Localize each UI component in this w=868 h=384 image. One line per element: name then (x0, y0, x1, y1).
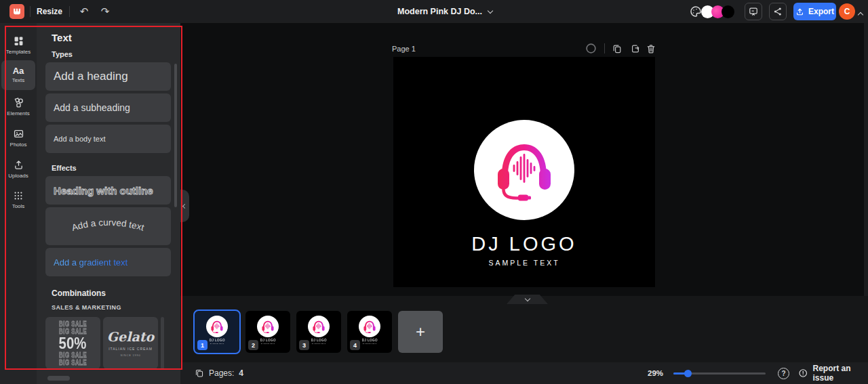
dj-logo-subtitle[interactable]: SAMPLE TEXT (488, 259, 559, 267)
page-number-badge: 4 (350, 340, 360, 350)
export-label: Export (808, 7, 834, 16)
divider (604, 43, 605, 54)
workspace-scrollbar-track[interactable] (864, 23, 868, 296)
duplicate-page-icon[interactable] (611, 43, 623, 54)
share-button[interactable] (769, 3, 787, 20)
combination-card-partial[interactable] (161, 317, 164, 369)
page-label: Page 1 (392, 45, 416, 53)
panel-collapse-handle[interactable] (180, 190, 189, 222)
elements-icon (13, 97, 24, 108)
page-thumbnail-2[interactable]: DJ LOGO SAMPLE TEXT 2 (245, 311, 290, 353)
chevron-up-icon[interactable] (858, 12, 863, 18)
page-thumbnail-4[interactable]: DJ LOGO SAMPLE TEXT 4 (347, 311, 392, 353)
heading-outline-button[interactable]: Heading with outline (45, 176, 171, 205)
panel-vertical-scrollbar[interactable] (174, 64, 177, 207)
sidebar-item-label: Elements (7, 110, 29, 116)
dj-logo-circle[interactable] (474, 120, 574, 220)
thumb-title: DJ LOGO (311, 339, 326, 342)
plus-icon: + (416, 322, 425, 341)
big-sale-value: 50% (59, 335, 87, 351)
headphones-icon (490, 136, 558, 204)
move-page-icon[interactable] (629, 43, 641, 54)
redo-button[interactable]: ↷ (97, 0, 113, 23)
headphones-icon (210, 319, 224, 334)
divider (30, 6, 31, 17)
avatar[interactable]: C (839, 3, 855, 20)
templates-icon (13, 35, 24, 47)
add-subheading-label: Add a subheading (54, 102, 130, 113)
help-button[interactable]: ? (778, 368, 789, 379)
gelato-caption: SINCE 1990 (120, 354, 140, 357)
curved-text-button[interactable]: Add a curved text (45, 207, 171, 245)
add-heading-label: Add a heading (54, 70, 128, 83)
headphones-icon (362, 319, 377, 334)
brand-color-black[interactable] (722, 5, 734, 18)
thumb-title: DJ LOGO (260, 339, 275, 342)
uploads-icon (13, 159, 24, 171)
top-bar: Resize ↶ ↷ Modern Pink DJ Do... (0, 0, 868, 23)
zoom-slider[interactable] (673, 372, 766, 375)
sidebar-item-label: Templates (6, 49, 31, 55)
report-issue-label: Report an issue (812, 364, 868, 383)
gelato-title: Gelato (107, 329, 154, 344)
report-issue-button[interactable]: Report an issue (798, 362, 868, 384)
add-subheading-button[interactable]: Add a subheading (45, 93, 171, 122)
thumb-logo-circle (359, 316, 380, 337)
page-select-circle[interactable] (585, 43, 597, 54)
add-heading-button[interactable]: Add a heading (45, 62, 171, 91)
pages-count: 4 (239, 368, 243, 378)
panel-horizontal-scrollbar[interactable] (47, 376, 70, 381)
brand-logo-icon (12, 7, 22, 16)
share-icon (772, 6, 783, 17)
gradient-text-button[interactable]: Add a gradient text (45, 248, 171, 276)
thumb-title: DJ LOGO (361, 339, 377, 342)
pages-icon (195, 368, 204, 378)
delete-page-icon[interactable] (645, 43, 656, 54)
document-title[interactable]: Modern Pink DJ Do... (397, 0, 492, 23)
undo-button[interactable]: ↶ (76, 0, 92, 23)
panel-title: Text (52, 32, 72, 43)
thumb-logo-circle (206, 316, 228, 337)
export-upload-icon (795, 7, 804, 16)
alert-icon (798, 368, 808, 379)
big-sale-line: BIG SALE (59, 320, 87, 328)
add-body-text-button[interactable]: Add a body text (45, 125, 171, 153)
page-thumbnail-3[interactable]: DJ LOGO SAMPLE TEXT 3 (296, 311, 341, 353)
sidebar-item-elements[interactable]: Elements (1, 91, 35, 121)
palette-icon[interactable] (689, 5, 703, 18)
headphones-icon (260, 319, 275, 334)
sidebar-item-label: Uploads (8, 173, 28, 179)
page-thumbnail-1[interactable]: DJ LOGO SAMPLE TEXT 1 (195, 311, 239, 353)
page-number-badge: 3 (299, 340, 309, 350)
sidebar-item-uploads[interactable]: Uploads (1, 154, 35, 184)
comment-button[interactable] (745, 3, 762, 20)
brand-logo[interactable] (9, 4, 24, 19)
tools-icon (13, 190, 24, 201)
canvas-page[interactable]: DJ LOGO SAMPLE TEXT (393, 57, 655, 287)
big-sale-line: BIG SALE (59, 351, 87, 359)
page-number-badge: 2 (248, 340, 258, 350)
thumb-logo-circle (308, 316, 330, 337)
sidebar-item-templates[interactable]: Templates (1, 30, 35, 60)
add-page-button[interactable]: + (398, 311, 443, 353)
dj-logo-title[interactable]: DJ LOGO (471, 233, 576, 255)
curved-text-label: Add a curved text (71, 217, 145, 233)
page-number-badge: 1 (197, 340, 208, 350)
add-body-text-label: Add a body text (54, 135, 105, 143)
sidebar-item-texts[interactable]: Aa Texts (1, 60, 35, 90)
sidebar-item-label: Photos (10, 142, 27, 148)
combination-card-gelato[interactable]: Gelato ITALIAN ICE CREAM SINCE 1990 (103, 317, 158, 369)
zoom-value: 29% (648, 362, 663, 384)
export-button[interactable]: Export (793, 3, 836, 20)
combination-card-big-sale[interactable]: BIG SALE BIG SALE 50% BIG SALE BIG SALE (45, 317, 100, 369)
chevron-down-icon (488, 7, 493, 13)
sidebar-item-label: Tools (12, 203, 25, 209)
sidebar-item-photos[interactable]: Photos (1, 123, 35, 152)
heading-outline-label: Heading with outline (54, 185, 153, 196)
sidebar-item-tools[interactable]: Tools (1, 185, 35, 215)
pages-count-group: Pages: 4 (195, 362, 243, 384)
resize-button[interactable]: Resize (37, 0, 62, 23)
photos-icon (13, 128, 24, 140)
zoom-slider-thumb[interactable] (684, 370, 692, 377)
combinations-category-label: SALES & MARKETING (52, 304, 121, 311)
